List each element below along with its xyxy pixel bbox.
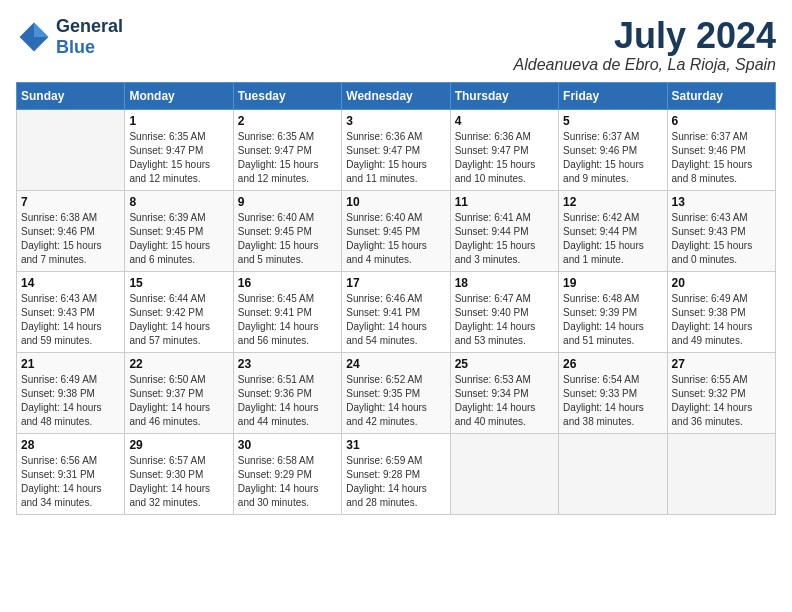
day-number: 4 — [455, 114, 554, 128]
day-info: Sunrise: 6:35 AMSunset: 9:47 PMDaylight:… — [129, 130, 228, 186]
calendar-cell — [450, 433, 558, 514]
calendar-cell: 23Sunrise: 6:51 AMSunset: 9:36 PMDayligh… — [233, 352, 341, 433]
logo-text: General Blue — [56, 16, 123, 58]
day-info: Sunrise: 6:39 AMSunset: 9:45 PMDaylight:… — [129, 211, 228, 267]
page-header: General Blue July 2024 Aldeanueva de Ebr… — [16, 16, 776, 74]
day-info: Sunrise: 6:35 AMSunset: 9:47 PMDaylight:… — [238, 130, 337, 186]
day-info: Sunrise: 6:47 AMSunset: 9:40 PMDaylight:… — [455, 292, 554, 348]
calendar-cell: 16Sunrise: 6:45 AMSunset: 9:41 PMDayligh… — [233, 271, 341, 352]
calendar-cell: 7Sunrise: 6:38 AMSunset: 9:46 PMDaylight… — [17, 190, 125, 271]
day-info: Sunrise: 6:54 AMSunset: 9:33 PMDaylight:… — [563, 373, 662, 429]
day-info: Sunrise: 6:40 AMSunset: 9:45 PMDaylight:… — [346, 211, 445, 267]
day-number: 5 — [563, 114, 662, 128]
calendar-cell: 27Sunrise: 6:55 AMSunset: 9:32 PMDayligh… — [667, 352, 775, 433]
day-info: Sunrise: 6:46 AMSunset: 9:41 PMDaylight:… — [346, 292, 445, 348]
calendar-cell: 17Sunrise: 6:46 AMSunset: 9:41 PMDayligh… — [342, 271, 450, 352]
calendar-header-row: SundayMondayTuesdayWednesdayThursdayFrid… — [17, 82, 776, 109]
day-info: Sunrise: 6:48 AMSunset: 9:39 PMDaylight:… — [563, 292, 662, 348]
day-info: Sunrise: 6:45 AMSunset: 9:41 PMDaylight:… — [238, 292, 337, 348]
calendar-cell: 18Sunrise: 6:47 AMSunset: 9:40 PMDayligh… — [450, 271, 558, 352]
calendar-cell: 4Sunrise: 6:36 AMSunset: 9:47 PMDaylight… — [450, 109, 558, 190]
calendar-cell: 3Sunrise: 6:36 AMSunset: 9:47 PMDaylight… — [342, 109, 450, 190]
day-number: 18 — [455, 276, 554, 290]
day-header-thursday: Thursday — [450, 82, 558, 109]
day-info: Sunrise: 6:58 AMSunset: 9:29 PMDaylight:… — [238, 454, 337, 510]
location: Aldeanueva de Ebro, La Rioja, Spain — [514, 56, 776, 74]
day-info: Sunrise: 6:56 AMSunset: 9:31 PMDaylight:… — [21, 454, 120, 510]
day-info: Sunrise: 6:51 AMSunset: 9:36 PMDaylight:… — [238, 373, 337, 429]
calendar-cell: 13Sunrise: 6:43 AMSunset: 9:43 PMDayligh… — [667, 190, 775, 271]
calendar-week-5: 28Sunrise: 6:56 AMSunset: 9:31 PMDayligh… — [17, 433, 776, 514]
day-number: 19 — [563, 276, 662, 290]
day-number: 28 — [21, 438, 120, 452]
day-header-saturday: Saturday — [667, 82, 775, 109]
day-info: Sunrise: 6:49 AMSunset: 9:38 PMDaylight:… — [672, 292, 771, 348]
calendar-cell: 10Sunrise: 6:40 AMSunset: 9:45 PMDayligh… — [342, 190, 450, 271]
calendar-cell: 5Sunrise: 6:37 AMSunset: 9:46 PMDaylight… — [559, 109, 667, 190]
day-info: Sunrise: 6:55 AMSunset: 9:32 PMDaylight:… — [672, 373, 771, 429]
day-info: Sunrise: 6:36 AMSunset: 9:47 PMDaylight:… — [346, 130, 445, 186]
day-number: 29 — [129, 438, 228, 452]
calendar-cell: 1Sunrise: 6:35 AMSunset: 9:47 PMDaylight… — [125, 109, 233, 190]
day-number: 16 — [238, 276, 337, 290]
day-number: 2 — [238, 114, 337, 128]
day-info: Sunrise: 6:40 AMSunset: 9:45 PMDaylight:… — [238, 211, 337, 267]
day-number: 31 — [346, 438, 445, 452]
day-number: 12 — [563, 195, 662, 209]
day-info: Sunrise: 6:44 AMSunset: 9:42 PMDaylight:… — [129, 292, 228, 348]
day-header-sunday: Sunday — [17, 82, 125, 109]
calendar-cell: 15Sunrise: 6:44 AMSunset: 9:42 PMDayligh… — [125, 271, 233, 352]
calendar-week-3: 14Sunrise: 6:43 AMSunset: 9:43 PMDayligh… — [17, 271, 776, 352]
day-info: Sunrise: 6:43 AMSunset: 9:43 PMDaylight:… — [21, 292, 120, 348]
day-number: 1 — [129, 114, 228, 128]
day-info: Sunrise: 6:59 AMSunset: 9:28 PMDaylight:… — [346, 454, 445, 510]
day-number: 10 — [346, 195, 445, 209]
calendar-cell: 20Sunrise: 6:49 AMSunset: 9:38 PMDayligh… — [667, 271, 775, 352]
title-block: July 2024 Aldeanueva de Ebro, La Rioja, … — [514, 16, 776, 74]
logo: General Blue — [16, 16, 123, 58]
day-number: 13 — [672, 195, 771, 209]
calendar-cell: 30Sunrise: 6:58 AMSunset: 9:29 PMDayligh… — [233, 433, 341, 514]
day-number: 20 — [672, 276, 771, 290]
calendar-cell: 19Sunrise: 6:48 AMSunset: 9:39 PMDayligh… — [559, 271, 667, 352]
day-number: 23 — [238, 357, 337, 371]
calendar-cell: 6Sunrise: 6:37 AMSunset: 9:46 PMDaylight… — [667, 109, 775, 190]
day-header-tuesday: Tuesday — [233, 82, 341, 109]
calendar-week-4: 21Sunrise: 6:49 AMSunset: 9:38 PMDayligh… — [17, 352, 776, 433]
day-number: 17 — [346, 276, 445, 290]
calendar-cell: 28Sunrise: 6:56 AMSunset: 9:31 PMDayligh… — [17, 433, 125, 514]
calendar-week-2: 7Sunrise: 6:38 AMSunset: 9:46 PMDaylight… — [17, 190, 776, 271]
day-info: Sunrise: 6:37 AMSunset: 9:46 PMDaylight:… — [672, 130, 771, 186]
day-number: 26 — [563, 357, 662, 371]
calendar-week-1: 1Sunrise: 6:35 AMSunset: 9:47 PMDaylight… — [17, 109, 776, 190]
calendar-table: SundayMondayTuesdayWednesdayThursdayFrid… — [16, 82, 776, 515]
day-info: Sunrise: 6:57 AMSunset: 9:30 PMDaylight:… — [129, 454, 228, 510]
month-year: July 2024 — [514, 16, 776, 56]
calendar-cell: 9Sunrise: 6:40 AMSunset: 9:45 PMDaylight… — [233, 190, 341, 271]
day-info: Sunrise: 6:53 AMSunset: 9:34 PMDaylight:… — [455, 373, 554, 429]
calendar-cell: 2Sunrise: 6:35 AMSunset: 9:47 PMDaylight… — [233, 109, 341, 190]
day-info: Sunrise: 6:38 AMSunset: 9:46 PMDaylight:… — [21, 211, 120, 267]
day-info: Sunrise: 6:50 AMSunset: 9:37 PMDaylight:… — [129, 373, 228, 429]
calendar-cell: 12Sunrise: 6:42 AMSunset: 9:44 PMDayligh… — [559, 190, 667, 271]
day-info: Sunrise: 6:52 AMSunset: 9:35 PMDaylight:… — [346, 373, 445, 429]
day-info: Sunrise: 6:49 AMSunset: 9:38 PMDaylight:… — [21, 373, 120, 429]
calendar-cell — [559, 433, 667, 514]
calendar-cell: 29Sunrise: 6:57 AMSunset: 9:30 PMDayligh… — [125, 433, 233, 514]
calendar-cell: 26Sunrise: 6:54 AMSunset: 9:33 PMDayligh… — [559, 352, 667, 433]
day-header-monday: Monday — [125, 82, 233, 109]
day-number: 24 — [346, 357, 445, 371]
calendar-body: 1Sunrise: 6:35 AMSunset: 9:47 PMDaylight… — [17, 109, 776, 514]
day-number: 15 — [129, 276, 228, 290]
calendar-cell: 14Sunrise: 6:43 AMSunset: 9:43 PMDayligh… — [17, 271, 125, 352]
day-number: 3 — [346, 114, 445, 128]
calendar-cell: 31Sunrise: 6:59 AMSunset: 9:28 PMDayligh… — [342, 433, 450, 514]
calendar-cell — [17, 109, 125, 190]
day-info: Sunrise: 6:41 AMSunset: 9:44 PMDaylight:… — [455, 211, 554, 267]
day-number: 9 — [238, 195, 337, 209]
calendar-cell: 21Sunrise: 6:49 AMSunset: 9:38 PMDayligh… — [17, 352, 125, 433]
calendar-cell: 25Sunrise: 6:53 AMSunset: 9:34 PMDayligh… — [450, 352, 558, 433]
day-number: 11 — [455, 195, 554, 209]
calendar-cell: 24Sunrise: 6:52 AMSunset: 9:35 PMDayligh… — [342, 352, 450, 433]
day-number: 25 — [455, 357, 554, 371]
